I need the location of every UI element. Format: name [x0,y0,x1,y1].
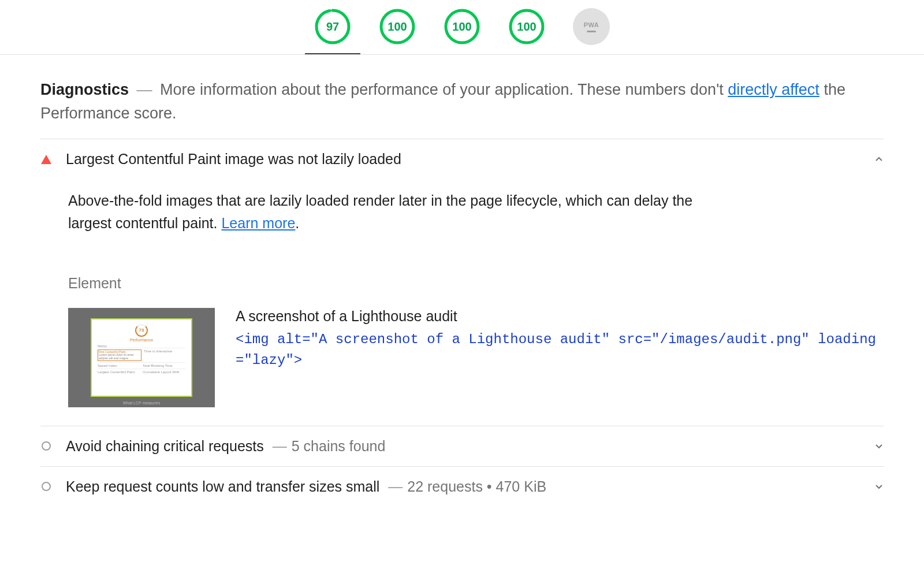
diagnostics-link[interactable]: directly affect [728,81,819,98]
score-value: 97 [326,20,339,34]
score-header: 97 100 100 100 PWA [0,0,924,55]
svg-point-7 [42,482,50,490]
audit-title: Keep request counts low and transfer siz… [66,478,546,495]
score-value: 100 [452,20,471,34]
chevron-up-icon [874,155,884,164]
svg-point-6 [42,442,50,450]
learn-more-link[interactable]: Learn more [221,215,295,231]
info-circle-icon [40,481,52,492]
score-value: 100 [517,20,536,34]
chevron-down-icon [874,482,884,491]
info-circle-icon [40,440,52,452]
audit-description: Above-the-fold images that are lazily lo… [68,189,738,235]
pwa-label: PWA [584,21,599,28]
audit-body-lcp-lazy: Above-the-fold images that are lazily lo… [40,179,884,426]
element-code: <img alt="A screenshot of a Lighthouse a… [236,329,884,371]
score-gauge-performance[interactable]: 97 [314,8,351,45]
diagnostics-desc-before: More information about the performance o… [160,81,728,98]
element-column-header: Element [68,275,884,292]
diagnostics-title: Diagnostics [40,81,129,98]
score-gauge-seo[interactable]: 100 [508,8,545,45]
element-row: 73 Performance Metrics First Contentful … [68,308,884,407]
element-thumbnail: 73 Performance Metrics First Contentful … [68,308,215,407]
chevron-down-icon [874,441,884,451]
score-value: 100 [388,20,407,34]
audit-title: Avoid chaining critical requests —5 chai… [66,438,385,455]
svg-marker-5 [41,155,51,164]
audit-row-request-counts[interactable]: Keep request counts low and transfer siz… [40,467,884,507]
audit-title: Largest Contentful Paint image was not l… [66,151,401,168]
warning-triangle-icon [40,154,52,165]
element-caption: A screenshot of a Lighthouse audit [236,308,884,325]
diagnostics-intro: Diagnostics — More information about the… [40,78,884,125]
score-gauge-best-practices[interactable]: 100 [444,8,480,45]
audit-row-lcp-lazy[interactable]: Largest Contentful Paint image was not l… [40,139,884,179]
score-gauge-accessibility[interactable]: 100 [379,8,416,45]
audit-row-chaining[interactable]: Avoid chaining critical requests —5 chai… [40,426,884,467]
pwa-badge[interactable]: PWA [573,8,610,45]
pwa-bar-icon [587,31,596,32]
